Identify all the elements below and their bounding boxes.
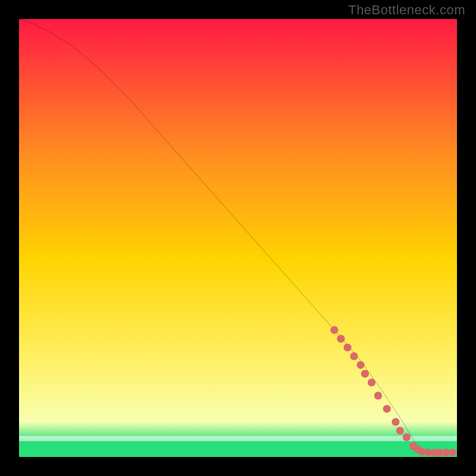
- marker-point: [403, 433, 411, 441]
- marker-point: [337, 335, 345, 343]
- marker-point: [356, 361, 364, 369]
- plot-area: [19, 19, 457, 457]
- marker-point: [396, 427, 404, 434]
- marker-point: [383, 405, 391, 412]
- chart-svg: [19, 19, 457, 457]
- marker-point: [392, 418, 399, 425]
- transition-band: [19, 436, 457, 441]
- marker-point: [330, 326, 338, 334]
- watermark-text: TheBottleneck.com: [348, 2, 465, 18]
- marker-point: [368, 378, 375, 386]
- marker-point: [449, 449, 456, 456]
- marker-point: [343, 343, 351, 351]
- marker-point: [350, 352, 358, 360]
- chart-frame: TheBottleneck.com: [0, 0, 476, 476]
- gradient-background: [19, 19, 457, 457]
- marker-point: [374, 392, 382, 399]
- marker-point: [361, 370, 369, 378]
